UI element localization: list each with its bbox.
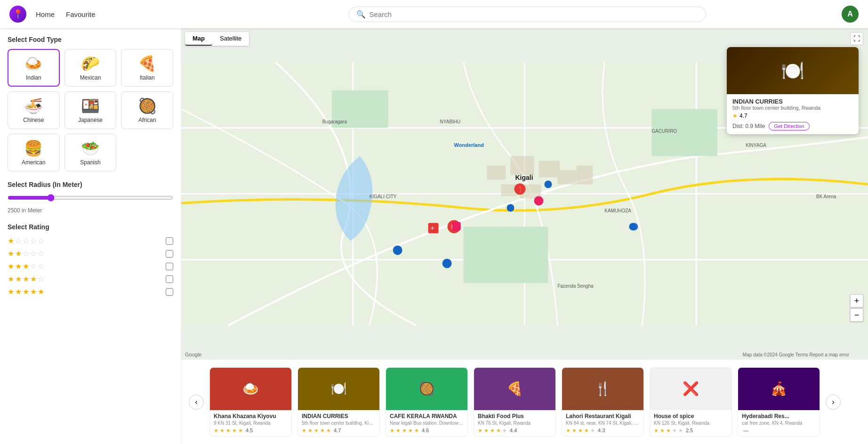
star-5: ★ xyxy=(38,287,44,296)
rating-checkbox-2[interactable] xyxy=(166,250,173,258)
food-icon-mexican: 🌮 xyxy=(81,55,100,73)
header: 📍 Home Favourite 🔍 A xyxy=(0,0,868,28)
restaurant-card-address: 5th floor town center building, Kigali xyxy=(302,420,376,426)
svg-text:KIGALI CITY: KIGALI CITY xyxy=(370,194,397,199)
slider-wrapper xyxy=(8,194,173,203)
nav-home[interactable]: Home xyxy=(36,10,55,18)
svg-text:Kigali: Kigali xyxy=(515,174,533,181)
svg-text:+: + xyxy=(431,224,434,232)
star-icon: ★ xyxy=(396,428,401,434)
star-3: ★ xyxy=(23,262,29,271)
star-icon: ★ xyxy=(660,428,665,434)
food-label-chinese: Chinese xyxy=(23,117,44,123)
logo-icon: 📍 xyxy=(13,9,23,19)
stars-display-2: ★★☆☆☆ xyxy=(8,249,44,258)
food-item-japanese[interactable]: 🍱 Japanese xyxy=(64,91,117,129)
star-1: ★ xyxy=(8,262,14,271)
rating-section: Select Rating ★☆☆☆☆ ★★☆☆☆ ★★★☆☆ ★★★★☆ ★★… xyxy=(8,223,173,296)
star-4: ☆ xyxy=(30,236,37,245)
rating-row-2: ★★☆☆☆ xyxy=(8,249,173,258)
food-item-italian[interactable]: 🍕 Italian xyxy=(121,49,173,87)
food-item-indian[interactable]: 🍛 Indian xyxy=(8,49,60,87)
food-item-spanish[interactable]: 🥗 Spanish xyxy=(64,134,117,171)
star-icon: ★ xyxy=(672,428,677,434)
map-section: Kigali KIGALI CITY KAMUHOZA GACURIRO KIN… xyxy=(181,28,868,444)
star-4: ★ xyxy=(30,287,37,296)
restaurant-card-rating-value: 2.5 xyxy=(686,428,693,433)
restaurant-card[interactable]: 🍕 Bhakti Food Plus KN 76 St, Kigali, Rwa… xyxy=(474,367,556,437)
logo[interactable]: 📍 xyxy=(9,6,26,23)
svg-rect-11 xyxy=(511,156,534,175)
star-icon: ★ xyxy=(232,428,237,434)
svg-point-40 xyxy=(630,223,638,230)
star-icon: ★ xyxy=(238,428,243,434)
star-icon: ★ xyxy=(326,428,331,434)
star-icon: ★ xyxy=(414,428,419,434)
stars-display-4: ★★★★☆ xyxy=(8,274,44,283)
restaurant-card-body: House of spice KN 126 St, Kigali, Rwanda… xyxy=(650,410,731,436)
popup-distance: Dist: 0.9 Mile xyxy=(732,123,765,129)
restaurant-card-image: 🍛 xyxy=(210,368,291,410)
restaurant-card-body: Bhakti Food Plus KN 76 St, Kigali, Rwand… xyxy=(474,410,555,436)
restaurant-card[interactable]: 🍛 Khana Khazana Kiyovu 9 KN 31 St, Kigal… xyxy=(209,367,292,437)
restaurant-card[interactable]: 🥘 CAFE KERALA RWANDA Near kigali Bus sta… xyxy=(386,367,468,437)
food-item-chinese[interactable]: 🍜 Chinese xyxy=(8,91,60,129)
next-button[interactable]: › xyxy=(826,395,841,410)
food-item-mexican[interactable]: 🌮 Mexican xyxy=(64,49,117,87)
svg-text:NYABIHU: NYABIHU xyxy=(440,119,461,124)
restaurant-card-address: KN 84 st, near, KN 74 St, Kigali, Rwanda xyxy=(566,420,640,426)
restaurant-card-address: KN 126 St, Kigali, Rwanda xyxy=(654,420,728,426)
food-label-italian: Italian xyxy=(140,74,155,81)
star-3: ★ xyxy=(23,274,29,283)
star-5: ☆ xyxy=(38,236,44,245)
star-icon: ★ xyxy=(402,428,407,434)
svg-text:📍: 📍 xyxy=(517,186,524,193)
prev-button[interactable]: ‹ xyxy=(189,395,204,410)
svg-text:Bugaragara: Bugaragara xyxy=(322,119,347,124)
avatar[interactable]: A xyxy=(842,6,859,23)
food-item-american[interactable]: 🍔 American xyxy=(8,134,60,171)
popup-dist-row: Dist: 0.9 Mile Get Direction xyxy=(732,122,853,130)
star-icon: ★ xyxy=(308,428,313,434)
rating-checkbox-1[interactable] xyxy=(166,237,173,245)
map-info-popup: 🍽️ INDIAN CURRIES 5th floor town center … xyxy=(727,47,859,134)
star-icon: ★ xyxy=(732,113,738,119)
restaurant-card-rating: ★★★★★ 4.4 xyxy=(478,428,552,434)
rating-checkbox-5[interactable] xyxy=(166,288,173,296)
popup-rating: ★ 4.7 xyxy=(732,113,853,119)
restaurant-card-rating: ★★★★★ 2.5 xyxy=(654,428,728,434)
restaurant-card[interactable]: 🍽️ INDIAN CURRIES 5th floor town center … xyxy=(297,367,380,437)
star-icon: ★ xyxy=(590,428,595,434)
food-icon-spanish: 🥗 xyxy=(81,139,100,157)
star-1: ★ xyxy=(8,249,14,258)
map-expand-button[interactable]: ⛶ xyxy=(850,32,863,45)
rating-checkbox-3[interactable] xyxy=(166,263,173,270)
rating-checkbox-4[interactable] xyxy=(166,275,173,283)
restaurant-card-address: Near kigali Bus station, Downtown Buildi… xyxy=(390,420,464,426)
radius-slider[interactable] xyxy=(8,194,173,202)
popup-restaurant-address: 5th floor town center building, Rwanda xyxy=(732,105,853,111)
restaurant-card[interactable]: 🍴 Lahori Restaurant Kigali KN 84 st, nea… xyxy=(562,367,644,437)
restaurant-card[interactable]: ❌ House of spice KN 126 St, Kigali, Rwan… xyxy=(650,367,732,437)
star-icon: ★ xyxy=(654,428,659,434)
map-tabs: Map Satellite xyxy=(185,32,249,46)
food-item-african[interactable]: 🥘 African xyxy=(121,91,173,129)
nav-favourite[interactable]: Favourite xyxy=(66,10,96,18)
food-icon-indian: 🍛 xyxy=(24,55,43,73)
map-tab-map[interactable]: Map xyxy=(185,32,212,46)
zoom-in-button[interactable]: + xyxy=(850,294,863,307)
restaurant-card[interactable]: 🎪 Hyderabadi Res... car free zone, KN 4,… xyxy=(738,367,820,437)
map-tab-satellite[interactable]: Satellite xyxy=(212,32,249,46)
star-2: ☆ xyxy=(15,236,22,245)
get-direction-button[interactable]: Get Direction xyxy=(769,122,809,130)
rating-row-3: ★★★☆☆ xyxy=(8,262,173,271)
restaurant-card-rating: — xyxy=(742,428,816,433)
restaurant-card-image: ❌ xyxy=(650,368,731,410)
restaurant-card-image: 🍽️ xyxy=(298,368,379,410)
restaurant-card-name: Bhakti Food Plus xyxy=(478,413,552,420)
svg-rect-12 xyxy=(538,161,560,178)
search-input[interactable] xyxy=(370,10,698,18)
zoom-out-button[interactable]: − xyxy=(850,308,863,322)
svg-text:GACURIRO: GACURIRO xyxy=(651,129,677,134)
star-icon: ★ xyxy=(390,428,394,434)
